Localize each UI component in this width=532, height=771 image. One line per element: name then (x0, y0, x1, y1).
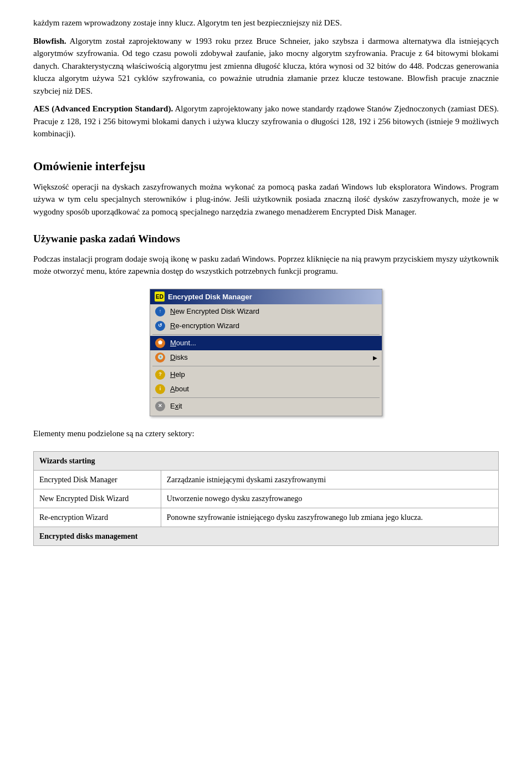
table-row-edm: Encrypted Disk Manager Zarządzanie istni… (34, 470, 499, 489)
separator-2 (152, 366, 380, 366)
section1-header-cell: Wizards starting (34, 451, 499, 470)
section-taskbar-paragraph: Podczas instalacji program dodaje swoją … (33, 253, 499, 278)
table-row-reencrypt: Re-encryption Wizard Ponowne szyfrowanie… (34, 508, 499, 527)
reencrypt-icon: ↺ (155, 320, 166, 331)
exit-label: Exit (170, 401, 377, 412)
disks-arrow-icon: ▶ (373, 354, 377, 362)
disks-label: Disks (170, 352, 369, 363)
context-menu: ED Encrypted Disk Manager ↑ New Encrypte… (150, 289, 382, 417)
mount-icon: ⬟ (155, 338, 166, 349)
menu-item-new-wizard[interactable]: ↑ New Encrypted Disk Wizard (150, 304, 382, 319)
paragraph-1: każdym razem wprowadzony zostaje inny kl… (33, 17, 499, 29)
blowfish-text: Algorytm został zaprojektowany w 1993 ro… (33, 37, 499, 95)
help-label: Help (170, 369, 377, 380)
table-row-new-wizard: New Encrypted Disk Wizard Utworzenie now… (34, 489, 499, 508)
menu-item-disks[interactable]: 💿 Disks ▶ (150, 350, 382, 365)
table-section2-header-row: Encrypted disks management (34, 527, 499, 545)
disks-icon: 💿 (155, 352, 166, 363)
new-wizard-icon: ↑ (155, 306, 166, 317)
new-wizard-label: New Encrypted Disk Wizard (170, 306, 377, 317)
separator-1 (152, 334, 380, 335)
menu-screenshot-container: ED Encrypted Disk Manager ↑ New Encrypte… (33, 289, 499, 417)
menu-item-about[interactable]: i About (150, 382, 382, 396)
edm-header-icon: ED (155, 292, 165, 302)
about-label: About (170, 384, 377, 395)
table-section1-header-row: Wizards starting (34, 451, 499, 470)
aes-label: AES (Advanced Encryption Standard). (33, 104, 173, 113)
menu-item-exit[interactable]: ✕ Exit (150, 399, 382, 413)
menu-item-mount[interactable]: ⬟ Mount... (150, 336, 382, 350)
menu-item-help[interactable]: ? Help (150, 367, 382, 382)
about-icon: i (155, 384, 166, 395)
menu-caption: Elementy menu podzielone są na cztery se… (33, 427, 499, 440)
blowfish-label: Blowfish. (33, 37, 66, 45)
table-cell-edm-name: Encrypted Disk Manager (34, 470, 161, 489)
menu-table: Wizards starting Encrypted Disk Manager … (33, 451, 499, 546)
exit-icon: ✕ (155, 401, 166, 412)
table-cell-reencrypt-desc: Ponowne szyfrowanie istniejącego dysku z… (161, 508, 498, 527)
table-cell-reencrypt-name: Re-encryption Wizard (34, 508, 161, 527)
menu-item-reencrypt[interactable]: ↺ Re-encryption Wizard (150, 319, 382, 333)
menu-header: ED Encrypted Disk Manager (150, 289, 382, 305)
table-cell-edm-desc: Zarządzanie istniejącymi dyskami zaszyfr… (161, 470, 498, 489)
section-interface-heading: Omówienie interfejsu (33, 157, 499, 175)
section-interface-paragraph: Większość operacji na dyskach zaszyfrowa… (33, 181, 499, 218)
menu-sections-table: Wizards starting Encrypted Disk Manager … (33, 451, 499, 546)
table-cell-new-wizard-desc: Utworzenie nowego dysku zaszyfrowanego (161, 489, 498, 508)
paragraph-aes: AES (Advanced Encryption Standard). Algo… (33, 103, 499, 140)
separator-3 (152, 397, 380, 398)
mount-label: Mount... (170, 338, 377, 349)
section-taskbar-heading: Używanie paska zadań Windows (33, 231, 499, 247)
reencrypt-label: Re-encryption Wizard (170, 320, 377, 331)
table-cell-new-wizard-name: New Encrypted Disk Wizard (34, 489, 161, 508)
paragraph-blowfish: Blowfish. Algorytm został zaprojektowany… (33, 35, 499, 98)
section2-header-cell: Encrypted disks management (34, 527, 499, 545)
help-icon: ? (155, 369, 166, 380)
menu-title: Encrypted Disk Manager (168, 292, 252, 303)
